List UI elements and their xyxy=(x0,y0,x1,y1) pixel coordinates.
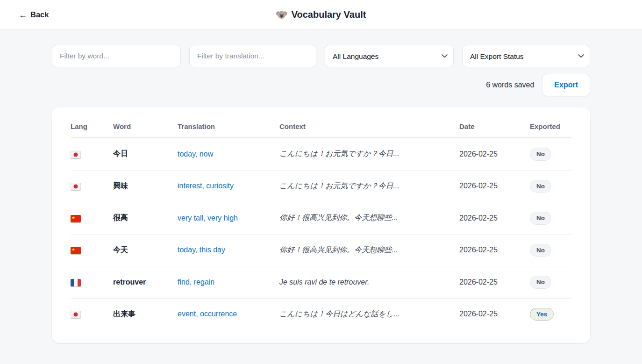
word-cell: 很高 xyxy=(113,202,178,235)
page-title-text: Vocabulary Vault xyxy=(292,9,366,20)
exported-badge: No xyxy=(530,244,551,257)
translation-link[interactable]: today, this day xyxy=(178,234,279,266)
flag-jp-icon xyxy=(71,311,81,318)
export-status-select-wrap: All Export Status xyxy=(462,45,590,67)
word-cell: 今天 xyxy=(113,234,178,266)
context-cell: 你好！很高兴见到你。今天想聊些... xyxy=(279,202,459,235)
date-cell: 2026-02-25 xyxy=(459,298,530,330)
top-bar: ← Back Vocabulary Vault xyxy=(0,0,642,30)
table-row: 很高 very tall, very high 你好！很高兴见到你。今天想聊些.… xyxy=(71,202,571,235)
flag-jp-icon xyxy=(71,183,81,190)
column-header-context: Context xyxy=(279,112,459,138)
vocabulary-table: Lang Word Translation Context Date Expor… xyxy=(71,112,571,330)
exported-badge: No xyxy=(530,212,551,225)
flag-cn-icon xyxy=(71,215,81,222)
back-button[interactable]: ← Back xyxy=(19,10,49,19)
language-select[interactable]: All Languages xyxy=(325,45,454,67)
table-row: 興味 interest, curiosity こんにちは！お元気ですか？今日..… xyxy=(71,170,571,202)
context-cell: こんにちは！お元気ですか？今日... xyxy=(279,170,459,202)
translation-link[interactable]: find, regain xyxy=(178,266,279,299)
translation-link[interactable]: interest, curiosity xyxy=(178,170,279,202)
context-cell: Je suis ravi de te retrouver. xyxy=(279,266,459,299)
exported-badge: Yes xyxy=(530,308,554,321)
table-row: 今日 today, now こんにちは！お元気ですか？今日... 2026-02… xyxy=(71,138,571,170)
exported-badge: No xyxy=(530,180,551,193)
exported-badge: No xyxy=(530,148,551,161)
translation-filter-input[interactable] xyxy=(189,45,316,67)
vocabulary-table-card: Lang Word Translation Context Date Expor… xyxy=(52,107,590,343)
table-row: 出来事 event, occurrence こんにちは！今日はどんな話をし...… xyxy=(71,298,571,330)
context-cell: こんにちは！今日はどんな話をし... xyxy=(279,298,459,330)
export-status-select[interactable]: All Export Status xyxy=(462,45,590,67)
koala-icon xyxy=(276,9,287,21)
translation-link[interactable]: very tall, very high xyxy=(178,202,279,235)
table-row: retrouver find, regain Je suis ravi de t… xyxy=(71,266,571,299)
word-cell: 興味 xyxy=(113,170,178,202)
word-cell: retrouver xyxy=(113,266,178,299)
toolbar-row: 6 words saved Export xyxy=(52,74,590,96)
flag-jp-icon xyxy=(71,151,81,158)
date-cell: 2026-02-25 xyxy=(459,266,530,299)
date-cell: 2026-02-25 xyxy=(459,202,530,235)
translation-link[interactable]: event, occurrence xyxy=(178,298,279,330)
column-header-date: Date xyxy=(459,112,530,138)
flag-cn-icon xyxy=(71,247,81,254)
word-cell: 出来事 xyxy=(113,298,178,330)
page-title: Vocabulary Vault xyxy=(276,9,366,21)
filters-row: All Languages All Export Status xyxy=(52,45,590,67)
translation-link[interactable]: today, now xyxy=(178,138,279,170)
flag-fr-icon xyxy=(71,279,81,286)
column-header-exported: Exported xyxy=(530,112,571,138)
word-cell: 今日 xyxy=(113,138,178,170)
language-select-wrap: All Languages xyxy=(325,45,454,67)
table-row: 今天 today, this day 你好！很高兴见到你。今天想聊些... 20… xyxy=(71,234,571,266)
date-cell: 2026-02-25 xyxy=(459,138,530,170)
words-saved-count: 6 words saved xyxy=(486,81,534,89)
back-button-label: Back xyxy=(30,10,49,19)
export-button[interactable]: Export xyxy=(542,74,590,96)
context-cell: 你好！很高兴见到你。今天想聊些... xyxy=(279,234,459,266)
back-arrow-icon: ← xyxy=(19,11,27,19)
column-header-word: Word xyxy=(113,112,178,138)
date-cell: 2026-02-25 xyxy=(459,170,530,202)
column-header-lang: Lang xyxy=(71,112,113,138)
exported-badge: No xyxy=(530,276,551,289)
date-cell: 2026-02-25 xyxy=(459,234,530,266)
table-header-row: Lang Word Translation Context Date Expor… xyxy=(71,112,571,138)
word-filter-input[interactable] xyxy=(52,45,181,67)
column-header-translation: Translation xyxy=(178,112,279,138)
context-cell: こんにちは！お元気ですか？今日... xyxy=(279,138,459,170)
